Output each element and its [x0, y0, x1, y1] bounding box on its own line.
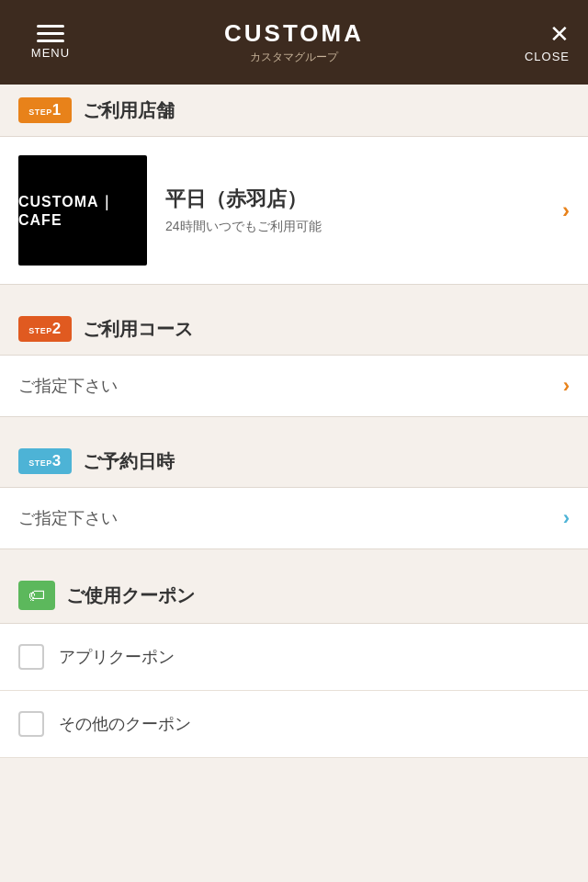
hamburger-line [37, 32, 64, 35]
app-header: MENU CUSTOMA カスタマグループ ✕ CLOSE [0, 0, 588, 85]
coupon-app-label: アプリクーポン [59, 646, 175, 668]
step3-header: STEP3 ご予約日時 [0, 435, 588, 487]
tag-icon: 🏷 [28, 586, 45, 605]
coupon-section: アプリクーポン その他のクーポン [0, 623, 588, 758]
step1-title: ご利用店舗 [83, 98, 175, 123]
step3-badge: STEP3 [18, 448, 72, 474]
store-name: 平日（赤羽店） [165, 186, 544, 213]
step3-selector[interactable]: ご指定下さい › [0, 487, 588, 549]
step3-badge-text: STEP3 [28, 452, 61, 470]
step1-badge-text: STEP1 [28, 101, 61, 119]
menu-label: MENU [31, 46, 70, 60]
hamburger-icon [37, 25, 64, 42]
step2-selector[interactable]: ご指定下さい › [0, 355, 588, 417]
menu-button[interactable]: MENU [18, 25, 83, 60]
coupon-item-app[interactable]: アプリクーポン [0, 624, 588, 691]
coupon-badge: 🏷 [18, 581, 55, 610]
coupon-app-checkbox[interactable] [18, 644, 44, 670]
close-button[interactable]: ✕ CLOSE [505, 22, 570, 63]
store-card[interactable]: CUSTOMA｜CAFE 平日（赤羽店） 24時間いつでもご利用可能 › [0, 136, 588, 285]
store-logo-text: CUSTOMA｜CAFE [18, 193, 147, 229]
coupon-title: ご使用クーポン [66, 583, 195, 608]
store-info: 平日（赤羽店） 24時間いつでもご利用可能 [165, 186, 544, 235]
hamburger-line [37, 40, 64, 42]
store-hours: 24時間いつでもご利用可能 [165, 219, 544, 235]
step1-header: STEP1 ご利用店舗 [0, 85, 588, 136]
step2-badge: STEP2 [18, 316, 72, 342]
step1-badge: STEP1 [18, 97, 72, 123]
coupon-other-label: その他のクーポン [59, 713, 191, 735]
coupon-other-checkbox[interactable] [18, 711, 44, 737]
hamburger-line [37, 25, 64, 28]
app-title-main: CUSTOMA [83, 19, 505, 48]
step3-placeholder: ご指定下さい [18, 507, 118, 529]
coupon-header: 🏷 ご使用クーポン [0, 568, 588, 623]
step2-header: STEP2 ご利用コース [0, 303, 588, 355]
step3-chevron-icon: › [563, 506, 570, 530]
section-gap [0, 417, 588, 435]
close-icon: ✕ [549, 22, 570, 46]
coupon-item-other[interactable]: その他のクーポン [0, 691, 588, 758]
step2-placeholder: ご指定下さい [18, 375, 118, 397]
app-title: CUSTOMA カスタマグループ [83, 19, 505, 65]
store-logo: CUSTOMA｜CAFE [18, 155, 147, 266]
step3-title: ご予約日時 [83, 449, 175, 474]
store-chevron-icon: › [562, 198, 570, 223]
section-gap-2 [0, 549, 588, 568]
step2-badge-text: STEP2 [28, 320, 61, 338]
step2-chevron-icon: › [563, 374, 570, 398]
app-title-sub: カスタマグループ [83, 50, 505, 65]
close-label: CLOSE [525, 50, 570, 63]
step2-title: ご利用コース [83, 317, 193, 342]
